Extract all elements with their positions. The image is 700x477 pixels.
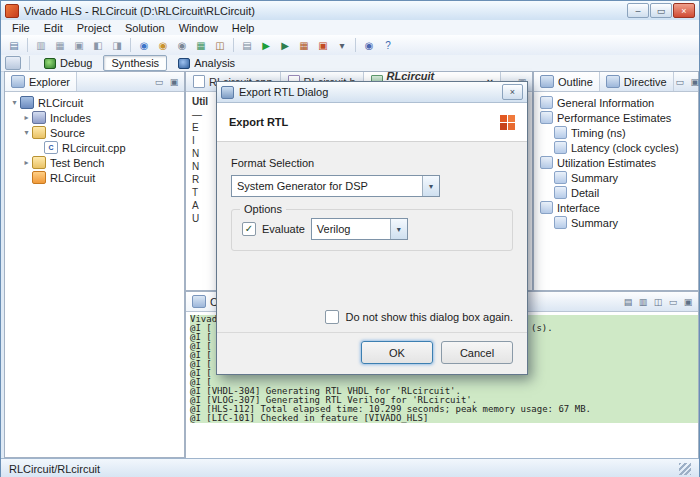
explorer-tree: ▾RLCircuit▸Includes▾SourceCRLcircuit.cpp… [5,92,184,185]
perspective-synthesis[interactable]: Synthesis [103,55,167,71]
dialog-close-button[interactable]: × [502,84,523,100]
outline-item-label: Latency (clock cycles) [571,142,679,154]
tree-collapsed-arrow-icon[interactable]: ▸ [21,113,32,122]
synthesis-dropdown-icon[interactable]: ▾ [333,37,351,53]
tree-expanded-arrow-icon[interactable]: ▾ [21,128,32,137]
minimize-panel-icon[interactable]: ▭ [667,296,679,307]
explorer-item-label: RLCircuit [38,97,83,109]
outline-item-label: Timing (ns) [571,127,626,139]
directive-tab-label: Directive [624,76,667,88]
cancel-button[interactable]: Cancel [441,341,513,364]
chevron-down-icon[interactable]: ▾ [390,219,407,239]
project-settings-icon[interactable]: ◉ [154,37,172,53]
explorer-item-includes[interactable]: ▸Includes [5,110,184,125]
maximize-panel-icon[interactable]: ▣ [689,76,700,87]
outline-item-summary[interactable]: Summary [534,215,698,230]
menu-solution[interactable]: Solution [118,20,172,35]
save-icon[interactable]: ▥ [32,37,50,53]
toolbar-separator [355,38,356,52]
console-view-icon [192,295,206,308]
perspective-debug[interactable]: Debug [36,55,100,71]
scroll-lock-icon[interactable]: ▥ [637,296,649,307]
minimize-button[interactable]: – [627,3,649,18]
c-synthesis-icon[interactable]: ▶ [276,37,294,53]
console-line: @I [LIC-101] Checked in feature [VIVADO_… [190,414,698,423]
help-icon[interactable]: ? [379,37,397,53]
explorer-item-rlcircuit[interactable]: RLCircuit [5,170,184,185]
language-combobox[interactable]: Verilog ▾ [311,218,408,240]
report-section-icon [554,141,567,154]
window-controls: – ▭ × [627,3,695,18]
close-button[interactable]: × [673,3,695,18]
tab-outline[interactable]: Outline [534,72,600,91]
outline-item-utilization-estimates[interactable]: Utilization Estimates [534,155,698,170]
menu-help[interactable]: Help [225,20,262,35]
outline-item-latency-clock-cycles[interactable]: Latency (clock cycles) [534,140,698,155]
analysis-viewer-icon[interactable]: ◉ [360,37,378,53]
perspective-synthesis-label: Synthesis [111,57,159,69]
tab-directive[interactable]: Directive [600,72,674,91]
run-cosimulation-icon[interactable]: ▦ [295,37,313,53]
outline-item-label: Summary [571,172,618,184]
dialog-heading: Export RTL [229,116,288,128]
run-c-simulation-icon[interactable]: ▶ [257,37,275,53]
menu-window[interactable]: Window [172,20,225,35]
maximize-button[interactable]: ▭ [650,3,672,18]
minimize-panel-icon[interactable]: ▭ [674,76,686,87]
undo-icon[interactable]: ◧ [89,37,107,53]
maximize-panel-icon[interactable]: ▣ [682,296,694,307]
explorer-item-source[interactable]: ▾Source [5,125,184,140]
menu-file[interactable]: File [5,20,37,35]
outline-item-label: General Information [557,97,654,109]
explorer-item-test-bench[interactable]: ▸Test Bench [5,155,184,170]
clear-console-icon[interactable]: ▤ [622,296,634,307]
evaluate-checkbox[interactable]: ✓ [242,222,256,236]
open-report-icon[interactable]: ▦ [192,37,210,53]
outline-item-performance-estimates[interactable]: Performance Estimates [534,110,698,125]
tab-explorer[interactable]: Explorer [5,72,77,91]
debug-settings-icon[interactable]: ◉ [135,37,153,53]
dont-show-checkbox[interactable] [325,310,339,324]
vivado-app-icon [5,4,19,18]
tree-expanded-arrow-icon[interactable]: ▾ [9,98,20,107]
dialog-title: Export RTL Dialog [239,86,328,98]
report-section-icon [554,216,567,229]
maximize-panel-icon[interactable]: ▣ [168,76,180,87]
copy-icon[interactable]: ▣ [70,37,88,53]
format-selection-combobox[interactable]: System Generator for DSP ▾ [231,175,440,197]
outline-item-summary[interactable]: Summary [534,170,698,185]
new-project-icon[interactable]: ▤ [5,37,23,53]
resize-grip[interactable] [679,463,691,475]
separator [29,56,30,70]
export-rtl-icon[interactable]: ▣ [314,37,332,53]
vivado-hls-window: Vivado HLS - RLCircuit (D:\RLCircuit\RLC… [0,0,700,477]
outline-item-label: Utilization Estimates [557,157,656,169]
outline-item-detail[interactable]: Detail [534,185,698,200]
ok-button[interactable]: OK [361,341,433,364]
tree-collapsed-arrow-icon[interactable]: ▸ [21,158,32,167]
pin-console-icon[interactable]: ◫ [652,296,664,307]
compare-reports-icon[interactable]: ◫ [211,37,229,53]
minimize-panel-icon[interactable]: ▭ [153,76,165,87]
evaluate-row: ✓ Evaluate Verilog ▾ [242,218,502,240]
outline-item-interface[interactable]: Interface [534,200,698,215]
explorer-tab-label: Explorer [29,76,70,88]
open-perspective-icon[interactable] [5,56,21,70]
explorer-item-label: Test Bench [50,157,104,169]
menu-edit[interactable]: Edit [37,20,70,35]
chevron-down-icon[interactable]: ▾ [422,176,439,196]
dialog-titlebar[interactable]: Export RTL Dialog × [217,82,527,103]
index-c-source-icon[interactable]: ▤ [238,37,256,53]
explorer-item-rlcircuit[interactable]: ▾RLCircuit [5,95,184,110]
perspective-analysis[interactable]: Analysis [170,55,243,71]
menu-project[interactable]: Project [70,20,118,35]
redo-icon[interactable]: ◨ [108,37,126,53]
save-all-icon[interactable]: ▦ [51,37,69,53]
explorer-panel: Explorer ▭ ▣ ▾RLCircuit▸Includes▾SourceC… [4,71,185,458]
outline-item-timing-ns[interactable]: Timing (ns) [534,125,698,140]
grid-cell [508,115,515,122]
explorer-item-rlcircuit-cpp[interactable]: CRLcircuit.cpp [5,140,184,155]
outline-view-icon [540,75,554,88]
outline-item-general-information[interactable]: General Information [534,95,698,110]
solution-settings-icon[interactable]: ◉ [173,37,191,53]
